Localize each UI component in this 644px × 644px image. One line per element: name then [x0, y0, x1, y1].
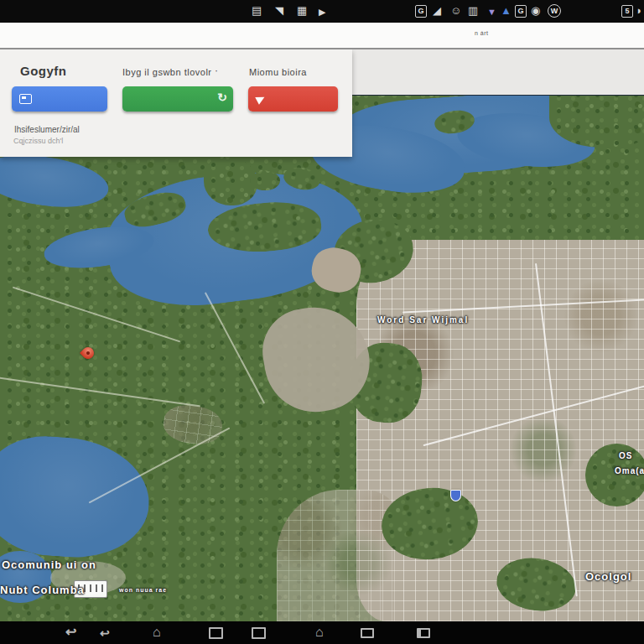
- android-nav-bar: ↩ ↩ ⌂ ⌂: [0, 621, 644, 644]
- toolbar-hint-text: n árt: [475, 30, 489, 36]
- dropdown-dot: ·: [215, 65, 218, 76]
- red-action-button[interactable]: [248, 86, 338, 112]
- g-box-icon: G: [515, 5, 527, 18]
- sync-circle-icon: ◑: [635, 3, 641, 18]
- small-place-label: won nuua rae: [119, 587, 167, 593]
- maps-header-panel: Gogyfn Ibyg il gswbn tlovolr · Miomu bio…: [0, 49, 352, 157]
- face-icon: ☺: [450, 3, 461, 18]
- brand-label: Gogyfn: [20, 64, 67, 78]
- region-label-2: Nubt Columba: [0, 584, 85, 596]
- signal-icon: ◢: [433, 3, 441, 18]
- chart-icon: ▦: [297, 3, 307, 18]
- drop-icon: ▼: [487, 5, 496, 19]
- blue-action-button[interactable]: [12, 86, 107, 112]
- highway-shield-icon: [450, 490, 461, 501]
- back-alt-button[interactable]: ↩: [100, 626, 110, 641]
- urban-area-south: [277, 490, 402, 621]
- window-button[interactable]: [361, 628, 374, 638]
- recents-button[interactable]: [209, 627, 223, 639]
- person-circle-icon: ◉: [531, 3, 540, 18]
- map-watermark: Ocolgol: [585, 570, 631, 583]
- tablet-screen: ▤ ◥ ▦ ▶ G ◢ ☺ ▥ ▼ ▲ G ◉ W 5 ◑ n árt: [0, 0, 644, 644]
- w-circle-icon: W: [548, 4, 561, 18]
- right-label-top: OS: [619, 451, 632, 460]
- green-action-button[interactable]: ↻: [122, 86, 233, 112]
- recents-alt-button[interactable]: [252, 627, 266, 639]
- app-g-icon: G: [415, 5, 427, 18]
- home-alt-button[interactable]: ⌂: [315, 625, 324, 640]
- window-alt-button[interactable]: [417, 628, 430, 638]
- island-2: [250, 171, 280, 190]
- play-icon: ▶: [319, 5, 325, 19]
- city-label: Word Sar Wijmal: [377, 315, 469, 325]
- navigate-arrow-icon: [255, 93, 267, 105]
- right-label-bottom: Oma(a: [615, 466, 644, 475]
- region-label-1: Ocomunib ui on: [2, 558, 96, 571]
- battery-icon: 5: [621, 5, 633, 18]
- gallery-icon: [19, 94, 32, 104]
- triangle-signal-icon: ▲: [501, 3, 512, 18]
- layers-label: Ibyg il gswbn tlovolr: [122, 67, 212, 77]
- satellite-map[interactable]: Word Sar Wijmal OS Oma(a Ocomunib ui on …: [0, 95, 644, 621]
- home-button[interactable]: ⌂: [153, 625, 161, 640]
- panel-footnote-line1: Ihsifeslumer/zir/al: [14, 125, 80, 134]
- keyboard-icon: ▥: [468, 3, 478, 18]
- content-area: Word Sar Wijmal OS Oma(a Ocomunib ui on …: [0, 49, 644, 621]
- pencil-icon: ◥: [275, 3, 283, 18]
- back-button[interactable]: ↩: [65, 625, 76, 640]
- screenshot-icon: ▤: [252, 3, 262, 18]
- refresh-icon: ↻: [217, 91, 227, 104]
- share-label: Miomu bioira: [249, 67, 307, 77]
- toolbar: n árt: [0, 23, 644, 49]
- status-bar: ▤ ◥ ▦ ▶ G ◢ ☺ ▥ ▼ ▲ G ◉ W 5 ◑: [0, 0, 644, 23]
- panel-footnote-line2: Cqjczissu dch'l: [13, 137, 63, 145]
